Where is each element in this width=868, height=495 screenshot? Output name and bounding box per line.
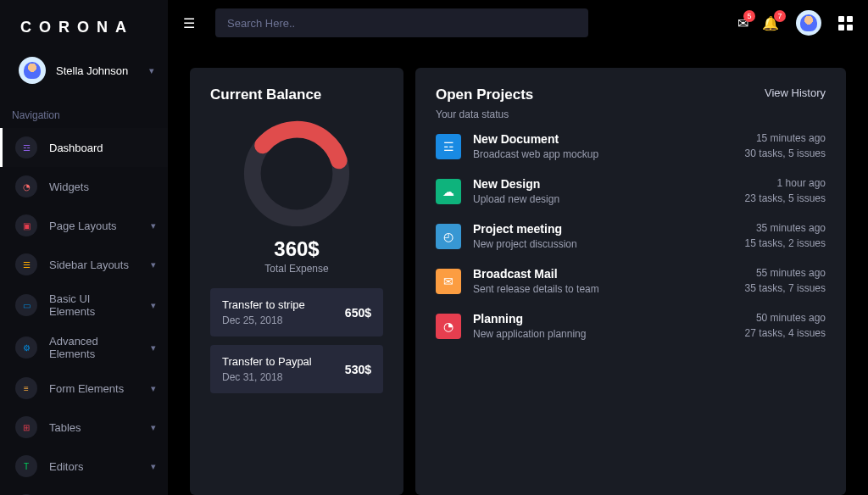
forms-icon: ≡ [15,377,37,399]
project-time: 55 minutes ago [745,267,826,279]
logo: CORONA [0,0,168,48]
mail-icon[interactable]: ✉ 5 [737,15,748,31]
project-meta: 30 tasks, 5 issues [745,147,826,159]
sidebar-item-charts[interactable]: ‖Charts▾ [0,486,168,495]
dashboard-icon: ☲ [15,136,37,159]
project-item[interactable]: ☁New DesignUpload new design1 hour ago23… [436,177,826,205]
advanced-icon: ⚙ [15,336,37,359]
project-time: 35 minutes ago [745,222,826,234]
profile-name: Stella Johnson [56,64,139,77]
project-title: Project meeting [473,222,733,236]
transfer-title: Transfer to stripe [222,298,305,311]
balance-title: Current Balance [210,86,321,103]
sidebar-item-basic[interactable]: ▭Basic UI Elements▾ [0,284,168,326]
project-meta: 15 tasks, 2 issues [745,237,826,249]
apps-icon[interactable] [838,16,853,31]
projects-card: Open Projects Your data status View Hist… [415,68,846,495]
menu-toggle-icon[interactable]: ☰ [183,15,202,31]
project-title: New Design [473,177,733,191]
main: ☰ ✉ 5 🔔 7 Current Balance [168,0,868,495]
sidebar-item-widgets[interactable]: ◔Widgets [0,167,168,206]
transfer-row[interactable]: Transfer to PaypalDec 31, 2018530$ [210,345,383,393]
sidebar-item-label: Editors [49,460,139,473]
project-item[interactable]: ☲New DocumentBroadcast web app mockup15 … [436,132,826,160]
balance-card: Current Balance 360$ Total Expense Trans… [190,68,403,495]
project-time: 50 minutes ago [745,312,826,324]
profile-switcher[interactable]: Stella Johnson ▾ [0,48,168,94]
sidebar-item-layouts[interactable]: ▣Page Layouts▾ [0,206,168,245]
editors-icon: T [15,455,37,477]
project-title: Planning [473,312,733,325]
sidebar-item-label: Sidebar Layouts [49,259,139,271]
project-desc: New application planning [473,328,733,340]
chevron-down-icon: ▾ [151,461,156,472]
sidebar-item-label: Form Elements [49,382,139,395]
sidebar-item-label: Dashboard [49,142,156,154]
project-desc: New project discussion [473,238,733,250]
project-icon: ☲ [436,134,461,159]
project-meta: 27 tasks, 4 issues [745,327,826,339]
chevron-down-icon: ▾ [151,300,156,311]
topbar: ☰ ✉ 5 🔔 7 [168,0,868,46]
layouts-icon: ▣ [15,214,37,236]
project-meta: 35 tasks, 7 issues [745,282,826,294]
sidebar-item-label: Advanced Elements [49,335,139,360]
search [215,8,588,37]
avatar [19,57,46,84]
balance-amount: 360$ [274,237,319,261]
project-time: 1 hour ago [745,177,826,189]
project-meta: 23 tasks, 5 issues [745,192,826,204]
sidebar-icon: ☰ [15,253,37,275]
projects-sub: Your data status [436,108,533,120]
chevron-down-icon: ▾ [151,259,156,270]
sidebar: CORONA Stella Johnson ▾ Navigation ☲Dash… [0,0,168,495]
project-title: New Document [473,132,733,146]
project-title: Broadcast Mail [473,267,733,281]
content: Current Balance 360$ Total Expense Trans… [168,46,868,495]
project-item[interactable]: ✉Broadcast MailSent release details to t… [436,267,826,295]
sidebar-item-advanced[interactable]: ⚙Advanced Elements▾ [0,326,168,369]
svg-point-1 [238,115,355,232]
transfer-amount: 650$ [345,306,371,320]
sidebar-item-dashboard[interactable]: ☲Dashboard [0,128,168,167]
project-time: 15 minutes ago [745,132,826,144]
topbar-avatar[interactable] [796,10,821,36]
tables-icon: ⊞ [15,416,37,438]
transfer-title: Transfer to Paypal [222,355,312,368]
project-item[interactable]: ◔PlanningNew application planning50 minu… [436,312,826,340]
transfer-date: Dec 31, 2018 [222,371,312,383]
project-desc: Upload new design [473,193,733,205]
view-history-link[interactable]: View History [765,86,826,99]
sidebar-item-label: Basic UI Elements [49,292,139,318]
nav-section-label: Navigation [0,94,168,128]
chevron-down-icon: ▾ [151,422,156,433]
donut-chart [238,115,355,232]
bell-icon[interactable]: 🔔 7 [762,15,779,31]
project-icon: ✉ [436,269,461,294]
sidebar-item-label: Tables [49,421,139,434]
chevron-down-icon: ▾ [151,220,156,231]
transfers: Transfer to stripeDec 25, 2018650$Transf… [210,288,383,393]
bell-badge: 7 [774,10,786,22]
search-input[interactable] [215,8,588,37]
sidebar-item-sidebar[interactable]: ☰Sidebar Layouts▾ [0,245,168,284]
projects-title: Open Projects [436,86,533,103]
sidebar-item-label: Widgets [49,181,156,193]
sidebar-item-label: Page Layouts [49,220,139,232]
mail-badge: 5 [743,10,755,22]
project-icon: ◴ [436,224,461,249]
transfer-date: Dec 25, 2018 [222,314,305,326]
sidebar-item-editors[interactable]: TEditors▾ [0,447,168,486]
project-icon: ◔ [436,314,461,339]
sidebar-item-tables[interactable]: ⊞Tables▾ [0,408,168,447]
project-desc: Sent release details to team [473,283,733,295]
sidebar-item-forms[interactable]: ≡Form Elements▾ [0,369,168,408]
nav: ☲Dashboard◔Widgets▣Page Layouts▾☰Sidebar… [0,128,168,495]
chevron-down-icon: ▾ [149,65,154,76]
project-item[interactable]: ◴Project meetingNew project discussion35… [436,222,826,250]
project-icon: ☁ [436,179,461,204]
transfer-row[interactable]: Transfer to stripeDec 25, 2018650$ [210,288,383,336]
transfer-amount: 530$ [345,363,371,376]
basic-icon: ▭ [15,294,37,316]
project-desc: Broadcast web app mockup [473,148,733,160]
